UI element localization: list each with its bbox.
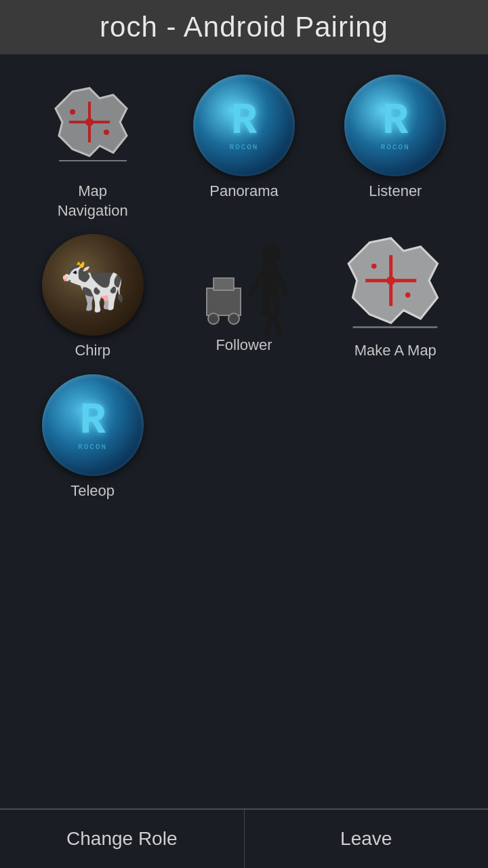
svg-point-22 (371, 264, 377, 269)
svg-point-5 (70, 109, 75, 115)
svg-line-16 (274, 315, 280, 334)
app-item-map-navigation[interactable]: MapNavigation (20, 75, 165, 220)
app-item-teleop[interactable]: R ROCON Teleop (20, 374, 165, 501)
app-header: roch - Android Pairing (0, 0, 488, 54)
change-role-button[interactable]: Change Role (0, 809, 245, 868)
footer: Change Role Leave (0, 808, 488, 868)
app-label-follower: Follower (216, 336, 272, 355)
make-a-map-icon (344, 234, 446, 336)
header-title: roch - Android Pairing (100, 11, 388, 43)
app-item-follower[interactable]: Follower (171, 234, 316, 361)
teleop-r-logo: R ROCON (78, 399, 107, 451)
svg-point-6 (104, 130, 109, 135)
app-item-listener[interactable]: R ROCON Listener (323, 75, 468, 220)
follower-icon (193, 234, 295, 336)
teleop-icon: R ROCON (42, 374, 144, 476)
app-label-panorama: Panorama (209, 182, 279, 201)
svg-line-13 (251, 275, 261, 295)
map-navigation-icon (42, 75, 144, 176)
app-label-make-a-map: Make A Map (354, 341, 436, 361)
leave-button[interactable]: Leave (245, 809, 489, 868)
svg-point-10 (208, 313, 219, 324)
app-label-listener: Listener (369, 182, 422, 201)
svg-point-23 (405, 292, 411, 298)
svg-rect-8 (207, 288, 241, 315)
app-label-map-navigation: MapNavigation (58, 182, 128, 220)
chirp-icon: 🐄 (42, 234, 144, 336)
main-content: MapNavigation R ROCON Panorama R ROCON L… (0, 54, 488, 808)
app-grid: MapNavigation R ROCON Panorama R ROCON L… (7, 68, 481, 507)
svg-point-4 (85, 118, 94, 126)
svg-line-15 (266, 315, 271, 334)
svg-point-12 (262, 243, 281, 265)
svg-point-21 (387, 277, 396, 285)
app-item-panorama[interactable]: R ROCON Panorama (171, 75, 316, 220)
listener-icon: R ROCON (344, 75, 446, 176)
svg-point-11 (228, 313, 239, 324)
app-item-chirp[interactable]: 🐄 Chirp (20, 234, 165, 361)
panorama-r-logo: R ROCON (229, 100, 258, 151)
svg-line-14 (278, 275, 287, 294)
map-navigation-svg (52, 85, 134, 166)
svg-rect-9 (214, 278, 234, 290)
app-item-make-a-map[interactable]: Make A Map (323, 234, 468, 361)
app-label-chirp: Chirp (75, 341, 110, 361)
app-label-teleop: Teleop (70, 481, 115, 501)
listener-r-logo: R ROCON (381, 100, 410, 151)
panorama-icon: R ROCON (193, 75, 295, 176)
